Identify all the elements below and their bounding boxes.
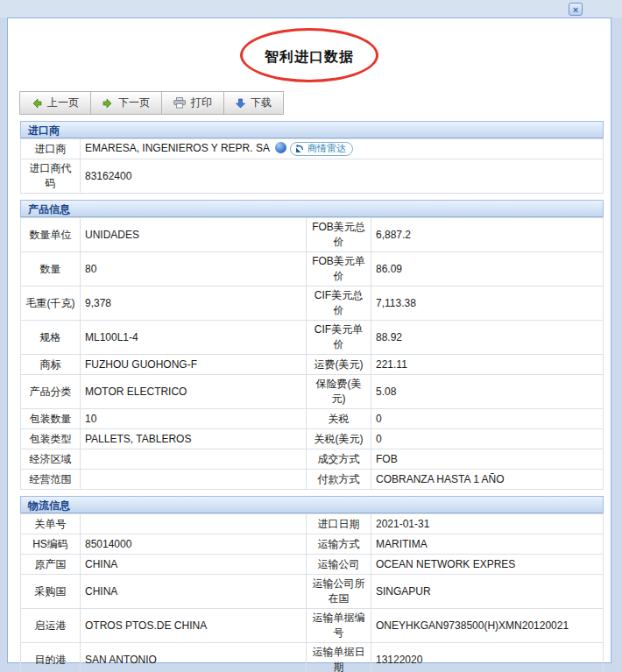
- field-label: 关单号: [21, 514, 81, 534]
- field-value: FUZHOU GUOHONG-F: [81, 355, 307, 375]
- field-value: 0: [371, 409, 604, 429]
- field-label: 运输公司: [307, 555, 371, 575]
- field-value: [81, 514, 307, 534]
- field-value: PALLETS, TABLEROS: [81, 429, 307, 449]
- field-value-text: 83162400: [85, 170, 131, 182]
- field-label: 进口商: [21, 139, 81, 159]
- table-row: 数量单位UNIDADESFOB美元总价6,887.2: [21, 218, 604, 252]
- arrow-left-green-icon: [32, 98, 42, 109]
- field-label: 关税(美元): [307, 429, 371, 449]
- field-value: 86.09: [371, 252, 604, 286]
- field-value: UNIDADES: [81, 218, 307, 252]
- field-value-text: EMARESA, INGENIEROS Y REPR. SA: [85, 142, 270, 154]
- field-label: 付款方式: [307, 470, 371, 490]
- radar-icon: [295, 144, 305, 153]
- field-label: 运输方式: [307, 534, 371, 555]
- radar-badge[interactable]: 商情雷达: [290, 142, 353, 156]
- field-label: 规格: [21, 321, 81, 355]
- field-value: 13122020: [371, 643, 604, 672]
- table-row: 经营范围付款方式COBRANZA HASTA 1 AÑO: [21, 470, 604, 490]
- field-label: 保险费(美元): [307, 375, 371, 409]
- table-row: 关单号进口日期2021-01-31: [21, 514, 604, 534]
- field-value: 83162400: [81, 159, 604, 194]
- field-value: CHINA: [81, 555, 307, 575]
- table-row: HS编码85014000运输方式MARITIMA: [21, 534, 604, 555]
- printer-icon: [173, 97, 186, 109]
- field-value: ONEYHKGAN9738500(H)XMN20120021: [371, 609, 604, 643]
- importer-table: 进口商EMARESA, INGENIEROS Y REPR. SA商情雷达进口商…: [20, 138, 604, 194]
- section-product: 产品信息 数量单位UNIDADESFOB美元总价6,887.2数量80FOB美元…: [20, 200, 604, 490]
- field-value: 2021-01-31: [371, 514, 604, 534]
- dialog-panel: 智利进口数据 上一页下一页打印下载 进口商 进口商EMARESA, INGENI…: [7, 18, 611, 663]
- importer-table-body: 进口商EMARESA, INGENIEROS Y REPR. SA商情雷达进口商…: [21, 139, 604, 194]
- globe-icon[interactable]: [275, 142, 286, 153]
- field-label: FOB美元单价: [307, 252, 371, 286]
- field-label: 运输公司所在国: [307, 575, 371, 609]
- toolbar-button-next[interactable]: 下一页: [90, 91, 162, 115]
- arrow-down-blue-icon: [236, 98, 245, 109]
- logistics-table-body: 关单号进口日期2021-01-31HS编码85014000运输方式MARITIM…: [21, 514, 604, 672]
- field-value: ML100L1-4: [81, 321, 307, 355]
- table-row: 启运港OTROS PTOS.DE CHINA运输单据编号ONEYHKGAN973…: [21, 609, 604, 643]
- field-value: SAN ANTONIO: [81, 643, 307, 672]
- toolbar-button-label: 下载: [251, 95, 272, 110]
- toolbar: 上一页下一页打印下载: [20, 91, 284, 115]
- field-label: 包装类型: [21, 429, 81, 449]
- field-value: 7,113.38: [371, 286, 604, 321]
- field-value: 10: [81, 409, 307, 429]
- field-value: FOB: [371, 449, 604, 470]
- field-label: 毛重(千克): [21, 286, 81, 321]
- field-value: 0: [371, 429, 604, 449]
- table-row: 原产国CHINA运输公司OCEAN NETWORK EXPRES: [21, 555, 604, 575]
- toolbar-button-prev[interactable]: 上一页: [19, 91, 91, 115]
- page-title: 智利进口数据: [8, 48, 611, 67]
- table-row: 经济区域成交方式FOB: [21, 449, 604, 470]
- field-label: 商标: [21, 355, 81, 375]
- field-label: 运输单据日期: [307, 643, 371, 672]
- field-value: [81, 449, 307, 470]
- toolbar-button-print[interactable]: 打印: [161, 91, 224, 115]
- logistics-table: 关单号进口日期2021-01-31HS编码85014000运输方式MARITIM…: [20, 513, 604, 672]
- toolbar-button-label: 上一页: [47, 95, 79, 110]
- field-value: MOTOR ELECTRICO: [81, 375, 307, 409]
- field-value: 221.11: [371, 355, 604, 375]
- field-label: 运输单据编号: [307, 609, 371, 643]
- field-label: 运费(美元): [307, 355, 371, 375]
- product-table-body: 数量单位UNIDADESFOB美元总价6,887.2数量80FOB美元单价86.…: [21, 218, 604, 490]
- field-label: 数量: [21, 252, 81, 286]
- field-value: MARITIMA: [371, 534, 604, 555]
- field-value: SINGAPUR: [371, 575, 604, 609]
- field-label: 经济区域: [21, 449, 81, 470]
- field-value: 6,887.2: [371, 218, 604, 252]
- table-row: 数量80FOB美元单价86.09: [21, 252, 604, 286]
- field-label: 进口日期: [307, 514, 371, 534]
- field-label: 原产国: [21, 555, 81, 575]
- field-value: 5.08: [371, 375, 604, 409]
- section-header-product: 产品信息: [20, 200, 604, 217]
- table-row: 包装数量10关税0: [21, 409, 604, 429]
- title-area: 智利进口数据: [8, 18, 611, 85]
- field-label: 产品分类: [21, 375, 81, 409]
- field-value: EMARESA, INGENIEROS Y REPR. SA商情雷达: [81, 139, 604, 159]
- field-value: 88.92: [371, 321, 604, 355]
- field-value: 9,378: [81, 286, 307, 321]
- radar-badge-label: 商情雷达: [307, 143, 346, 154]
- field-label: FOB美元总价: [307, 218, 371, 252]
- field-label: CIF美元单价: [307, 321, 371, 355]
- section-logistics: 物流信息 关单号进口日期2021-01-31HS编码85014000运输方式MA…: [20, 496, 604, 672]
- field-label: 关税: [307, 409, 371, 429]
- section-header-logistics: 物流信息: [20, 496, 604, 513]
- toolbar-button-label: 下一页: [118, 95, 150, 110]
- field-value: 80: [81, 252, 307, 286]
- table-row: 进口商代码83162400: [21, 159, 604, 194]
- close-button[interactable]: ×: [569, 3, 583, 16]
- field-label: 进口商代码: [21, 159, 81, 194]
- toolbar-button-download[interactable]: 下载: [223, 91, 284, 115]
- field-value: [81, 470, 307, 490]
- table-row: 商标FUZHOU GUOHONG-F运费(美元)221.11: [21, 355, 604, 375]
- field-label: 启运港: [21, 609, 81, 643]
- field-value: OTROS PTOS.DE CHINA: [81, 609, 307, 643]
- field-label: 成交方式: [307, 449, 371, 470]
- table-row: 产品分类MOTOR ELECTRICO保险费(美元)5.08: [21, 375, 604, 409]
- field-label: HS编码: [21, 534, 81, 555]
